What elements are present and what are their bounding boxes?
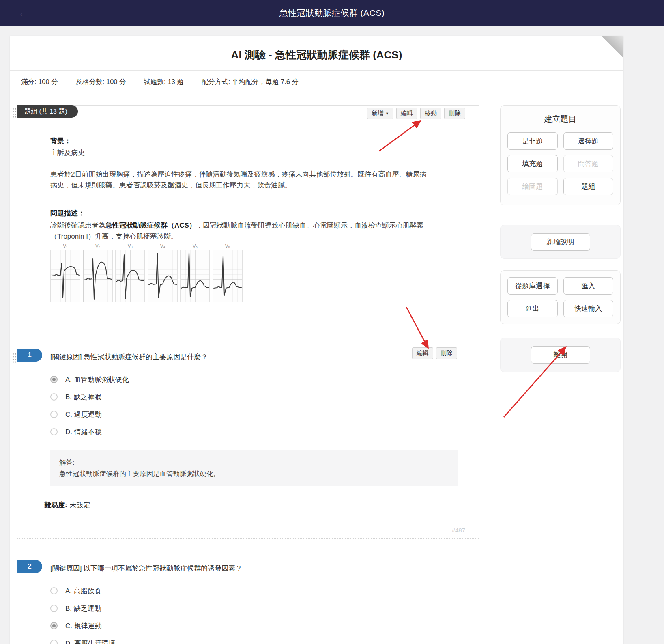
options-list: A. 血管動脈粥狀硬化 B. 缺乏睡眠 C. 過度運動 D. 情緒不穩	[50, 374, 479, 437]
question-group-card: 題組 (共 13 題) 新增 ▼ 編輯 移動 刪除 背景： 主訴及病史 患者於2…	[17, 105, 479, 644]
create-drawing-button: 繪圖題	[507, 178, 558, 195]
import-button[interactable]: 匯入	[563, 277, 614, 295]
radio-icon[interactable]	[50, 605, 58, 612]
group-drag-handle-icon[interactable]	[12, 108, 17, 118]
group-move-button[interactable]: 移動	[420, 108, 441, 119]
create-shortanswer-button: 問答題	[563, 155, 614, 172]
leave-panel: 離開	[500, 338, 621, 372]
ecg-lead-label: V₅	[193, 243, 198, 248]
meta-scoring-method: 配分方式: 平均配分，每題 7.6 分	[202, 78, 299, 86]
radio-icon[interactable]	[50, 640, 58, 644]
description-text: 診斷後確認患者為急性冠狀動脈症候群（ACS），因冠狀動脈血流受阻導致心肌缺血。心…	[50, 220, 432, 242]
radio-selected-icon[interactable]	[50, 622, 58, 629]
sidebar: 建立題目 是非題 選擇題 填充題 問答題 繪圖題 題組 新增說明 從題庫選擇 匯…	[500, 105, 621, 372]
leave-button[interactable]: 離開	[531, 346, 590, 364]
option-label: D. 高壓生活環境	[65, 639, 116, 644]
question-2: 2 [關鍵原因] 以下哪一項不屬於急性冠狀動脈症候群的誘發因素？ A. 高脂飲食…	[17, 562, 479, 644]
question-delete-button[interactable]: 刪除	[436, 347, 457, 359]
description-prefix: 診斷後確認患者為	[50, 222, 105, 229]
option-label: C. 規律運動	[65, 621, 102, 631]
exam-meta-row: 滿分: 100 分 及格分數: 100 分 試題數: 13 題 配分方式: 平均…	[10, 71, 623, 86]
group-badge: 題組 (共 13 題)	[17, 105, 78, 118]
option-row: B. 缺乏睡眠	[50, 392, 479, 402]
question-text: [關鍵原因] 以下哪一項不屬於急性冠狀動脈症候群的誘發因素？	[50, 562, 399, 573]
create-multiplechoice-button[interactable]: 選擇題	[563, 132, 614, 150]
group-delete-button[interactable]: 刪除	[444, 108, 465, 119]
question-drag-handle-icon[interactable]	[12, 353, 17, 363]
meta-question-count: 試題數: 13 題	[144, 78, 184, 86]
radio-icon[interactable]	[50, 428, 58, 435]
background-subtitle: 主訴及病史	[50, 147, 459, 158]
radio-icon[interactable]	[50, 393, 58, 401]
option-row: C. 過度運動	[50, 409, 479, 420]
answer-text: 急性冠狀動脈症候群的主要原因是血管動脈粥狀硬化。	[59, 468, 449, 479]
create-truefalse-button[interactable]: 是非題	[507, 132, 558, 150]
question-number-badge: 1	[17, 349, 42, 362]
quick-input-button[interactable]: 快速輸入	[563, 300, 614, 317]
group-add-label: 新增	[372, 110, 384, 117]
background-label: 背景：	[50, 136, 459, 146]
option-row: A. 血管動脈粥狀硬化	[50, 374, 479, 385]
add-note-panel: 新增說明	[500, 225, 621, 259]
question-divider	[44, 493, 475, 493]
exam-card: AI 測驗 - 急性冠狀動脈症候群 (ACS) 滿分: 100 分 及格分數: …	[10, 36, 623, 644]
create-group-button[interactable]: 題組	[563, 178, 614, 195]
group-add-button[interactable]: 新增 ▼	[367, 108, 393, 119]
option-row: C. 規律運動	[50, 620, 479, 631]
question-1: 1 編輯 刪除 [關鍵原因] 急性冠狀動脈症候群的主要原因是什麼？ A. 血管動…	[17, 351, 479, 534]
page-curl	[602, 36, 623, 58]
add-note-button[interactable]: 新增說明	[531, 233, 590, 251]
answer-box: 解答: 急性冠狀動脈症候群的主要原因是血管動脈粥狀硬化。	[50, 450, 458, 486]
group-edit-button[interactable]: 編輯	[396, 108, 417, 119]
difficulty-value: 未設定	[70, 501, 90, 509]
option-label: C. 過度運動	[65, 410, 102, 419]
ecg-image: V₁ V₂ V₃ V₄ V₅ V₆	[50, 243, 243, 303]
option-label: D. 情緒不穩	[65, 427, 102, 437]
app-header: ← 急性冠狀動脈症候群 (ACS)	[0, 0, 664, 26]
tools-panel: 從題庫選擇 匯入 匯出 快速輸入	[500, 270, 621, 324]
pick-from-bank-button[interactable]: 從題庫選擇	[507, 277, 558, 295]
question-separator	[17, 538, 479, 539]
create-question-title: 建立題目	[507, 114, 613, 125]
question-number-badge: 2	[17, 560, 42, 573]
chevron-down-icon: ▼	[385, 112, 389, 116]
difficulty-row: 難易度:未設定	[44, 500, 479, 510]
question-toolbar: 編輯 刪除	[412, 347, 457, 359]
ecg-lead-label: V₁	[63, 243, 67, 248]
question-id-tag: #487	[17, 527, 465, 534]
group-toolbar: 新增 ▼ 編輯 移動 刪除	[367, 108, 465, 119]
option-row: D. 情緒不穩	[50, 426, 479, 437]
option-row: A. 高脂飲食	[50, 586, 479, 596]
question-text: [關鍵原因] 急性冠狀動脈症候群的主要原因是什麼？	[50, 351, 399, 362]
ecg-lead-label: V₆	[225, 243, 230, 248]
option-label: A. 高脂飲食	[65, 586, 101, 596]
radio-icon[interactable]	[50, 587, 58, 594]
create-fillblank-button[interactable]: 填充題	[507, 155, 558, 172]
option-row: B. 缺乏運動	[50, 603, 479, 614]
back-arrow-icon[interactable]: ←	[18, 8, 29, 19]
radio-selected-icon[interactable]	[50, 376, 58, 383]
create-question-panel: 建立題目 是非題 選擇題 填充題 問答題 繪圖題 題組	[500, 105, 621, 205]
option-row: D. 高壓生活環境	[50, 638, 479, 644]
ecg-lead-label: V₃	[128, 243, 133, 248]
meta-full-score: 滿分: 100 分	[21, 78, 58, 86]
ecg-lead-label: V₄	[160, 243, 165, 248]
description-label: 問題描述：	[50, 209, 459, 218]
option-label: B. 缺乏睡眠	[65, 392, 101, 402]
radio-icon[interactable]	[50, 411, 58, 418]
exam-title: AI 測驗 - 急性冠狀動脈症候群 (ACS)	[10, 36, 623, 62]
description-bold: 急性冠狀動脈症候群（ACS）	[105, 222, 196, 229]
export-button[interactable]: 匯出	[507, 300, 558, 317]
options-list: A. 高脂飲食 B. 缺乏運動 C. 規律運動 D. 高壓生活環境	[50, 586, 479, 644]
question-edit-button[interactable]: 編輯	[412, 347, 433, 359]
meta-pass-score: 及格分數: 100 分	[76, 78, 126, 86]
difficulty-label: 難易度:	[44, 501, 67, 509]
ecg-lead-label: V₂	[95, 243, 100, 248]
background-text: 患者於2日前開始出現胸痛，描述為壓迫性疼痛，伴隨活動後氣喘及疲憊感，疼痛未向其他…	[50, 169, 432, 191]
option-label: B. 缺乏運動	[65, 604, 101, 613]
header-title: 急性冠狀動脈症候群 (ACS)	[279, 7, 385, 19]
answer-label: 解答:	[59, 457, 449, 468]
option-label: A. 血管動脈粥狀硬化	[65, 375, 129, 384]
